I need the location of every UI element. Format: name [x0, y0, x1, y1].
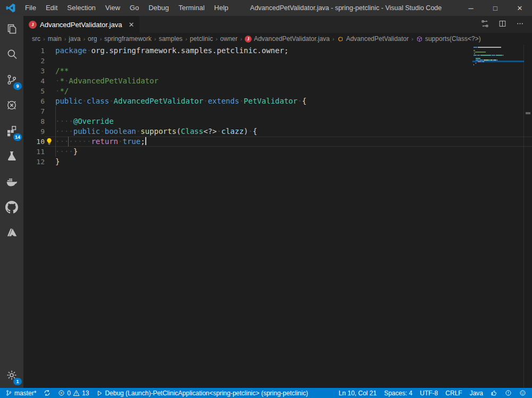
activity-extensions[interactable]: 14: [0, 118, 23, 143]
tab-AdvancedPetValidator.java[interactable]: JAdvancedPetValidator.java✕: [23, 16, 139, 33]
close-button[interactable]: ✕: [508, 0, 532, 16]
indent-guide-active: [68, 137, 69, 147]
activity-bar: 9141: [0, 16, 23, 388]
activity-github[interactable]: [0, 194, 23, 220]
breadcrumb-separator-icon: ›: [215, 36, 218, 42]
minimap[interactable]: [472, 46, 524, 69]
line-content[interactable]: ········return·true;: [45, 137, 532, 147]
status-encoding[interactable]: UTF-8: [416, 388, 442, 398]
breadcrumb-item-org[interactable]: org: [88, 35, 97, 43]
overview-ruler[interactable]: [523, 45, 532, 388]
code-line-10: 10········return·true;: [23, 137, 532, 147]
tab-close-icon[interactable]: ✕: [128, 21, 134, 29]
line-content[interactable]: ·*/: [45, 86, 532, 96]
menu-debug[interactable]: Debug: [144, 0, 173, 16]
indent-guide: [55, 137, 56, 147]
menu-view[interactable]: View: [101, 0, 125, 16]
breadcrumb-item-java[interactable]: java: [69, 35, 80, 43]
status-debug-launch[interactable]: Debug (Launch)-PetClinicApplication<spri…: [93, 388, 312, 398]
breadcrumb-separator-icon: ›: [83, 36, 85, 42]
badge-extensions: 14: [13, 133, 22, 141]
activity-source-control[interactable]: 9: [0, 67, 23, 92]
code-token: ): [244, 127, 248, 136]
action-more-actions[interactable]: [516, 19, 525, 30]
menu-file[interactable]: File: [20, 0, 41, 16]
activity-azure[interactable]: [0, 220, 23, 245]
line-content[interactable]: ····@Override: [45, 116, 532, 126]
indent-guide: [55, 106, 56, 116]
line-content[interactable]: /**: [45, 66, 532, 76]
breadcrumb-separator-icon: ›: [240, 36, 243, 42]
status-cursor-position[interactable]: Ln 10, Col 21: [335, 388, 380, 398]
menu-go[interactable]: Go: [125, 0, 144, 16]
breadcrumb-item-src[interactable]: src: [32, 35, 40, 43]
code-token: public: [55, 97, 82, 105]
line-content[interactable]: }: [45, 157, 532, 167]
breadcrumb-item-AdvancedPetValidator[interactable]: AdvancedPetValidator: [337, 35, 409, 43]
window-controls: ─□✕: [459, 0, 532, 16]
split-editor-icon: [498, 19, 507, 28]
breadcrumb-item-petclinic[interactable]: petclinic: [190, 35, 213, 43]
line-number: 11: [23, 147, 45, 157]
status-git-branch[interactable]: master*: [2, 388, 40, 398]
status-eol[interactable]: CRLF: [442, 388, 466, 398]
breadcrumb-label: org: [88, 35, 97, 43]
breadcrumb-item-main[interactable]: main: [48, 35, 62, 43]
breadcrumb-item-AdvancedPetValidator.java[interactable]: JAdvancedPetValidator.java: [245, 35, 330, 43]
line-content[interactable]: [45, 106, 532, 116]
menu-selection[interactable]: Selection: [62, 0, 100, 16]
line-content[interactable]: ····}: [45, 147, 532, 157]
code-token: AdvancedPetValidator: [69, 77, 159, 85]
status-java-status[interactable]: [487, 388, 501, 398]
minimap-mark: [496, 55, 502, 56]
maximize-button[interactable]: □: [483, 0, 508, 16]
code-line-3: 3/**: [23, 66, 532, 76]
status-problems[interactable]: 013: [54, 388, 93, 398]
activity-run-and-debug[interactable]: [0, 92, 23, 118]
code-token: ····: [55, 127, 73, 136]
code-line-1: 1package·org.springframework.samples.pet…: [23, 46, 532, 56]
line-content[interactable]: package·org.springframework.samples.petc…: [45, 46, 532, 56]
symbol-class-icon: [337, 36, 344, 43]
activity-manage[interactable]: 1: [0, 362, 23, 388]
menu-help[interactable]: Help: [210, 0, 234, 16]
minimize-button[interactable]: ─: [459, 0, 483, 16]
status-indentation[interactable]: Spaces: 4: [380, 388, 416, 398]
activity-test-explorer[interactable]: [0, 143, 23, 169]
status-notifications[interactable]: [501, 388, 516, 398]
activity-explorer[interactable]: [0, 16, 23, 41]
breadcrumb-item-owner[interactable]: owner: [220, 35, 238, 43]
line-content[interactable]: [45, 56, 532, 66]
minimap-row: [473, 52, 486, 53]
code-token: return: [91, 137, 118, 146]
line-number: 4: [23, 76, 45, 86]
breadcrumb-item-springframework[interactable]: springframework: [104, 35, 152, 43]
breadcrumb-item-supports(Class<?>)[interactable]: supports(Class<?>): [416, 35, 481, 43]
breadcrumb-separator-icon: ›: [99, 36, 102, 42]
status-feedback[interactable]: [516, 388, 530, 398]
vscode-window: FileEditSelectionViewGoDebugTerminalHelp…: [0, 0, 532, 398]
code-token: class: [87, 97, 109, 105]
activity-search[interactable]: [0, 41, 23, 67]
line-content[interactable]: ·*·AdvancedPetValidator: [45, 76, 532, 86]
breadcrumb-separator-icon: ›: [332, 36, 335, 42]
status-language-mode[interactable]: Java: [466, 388, 487, 398]
code-line-5: 5·*/: [23, 86, 532, 96]
activity-docker[interactable]: [0, 169, 23, 194]
breadcrumb-item-samples[interactable]: samples: [159, 35, 182, 43]
code-line-7: 7: [23, 106, 532, 116]
status-sync[interactable]: [40, 388, 54, 398]
menu-terminal[interactable]: Terminal: [173, 0, 209, 16]
minimap-row: [473, 50, 475, 51]
line-content[interactable]: ····public·boolean·supports(Class<?>·cla…: [45, 126, 532, 137]
action-split-editor[interactable]: [498, 19, 507, 30]
text-cursor: [145, 137, 146, 145]
breadcrumb-separator-icon: ›: [185, 36, 187, 42]
action-open-changes[interactable]: [480, 19, 489, 30]
lightbulb-icon[interactable]: [45, 138, 53, 146]
breadcrumb-label: samples: [159, 35, 182, 43]
breadcrumb-label: main: [48, 35, 62, 43]
line-content[interactable]: public·class·AdvancedPetValidator·extend…: [45, 96, 532, 106]
code-editor: 1package·org.springframework.samples.pet…: [23, 45, 532, 388]
menu-edit[interactable]: Edit: [41, 0, 62, 16]
